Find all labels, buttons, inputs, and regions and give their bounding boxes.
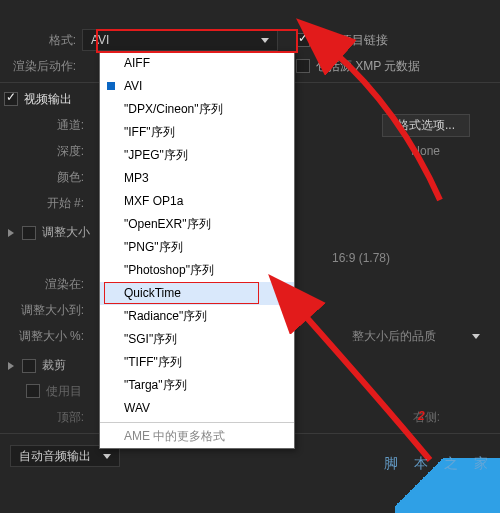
format-option[interactable]: "OpenEXR"序列	[100, 213, 294, 236]
audio-output-value: 自动音频输出	[19, 448, 91, 465]
video-output-label: 视频输出	[24, 91, 72, 108]
resize-quality-label: 整大小后的品质	[352, 328, 436, 345]
format-option[interactable]: "DPX/Cineon"序列	[100, 98, 294, 121]
crop-right-label: 右侧:	[413, 409, 440, 426]
format-label: 格式:	[0, 32, 82, 49]
format-option[interactable]: AIFF	[100, 52, 294, 75]
resize-to-label: 调整大小到:	[18, 302, 90, 319]
format-option[interactable]: "SGI"序列	[100, 328, 294, 351]
format-dropdown-list[interactable]: AIFFAVI"DPX/Cineon"序列"IFF"序列"JPEG"序列MP3M…	[99, 51, 295, 449]
format-options-button[interactable]: 格式选项...	[382, 114, 470, 137]
annotation-box-quicktime	[104, 282, 259, 304]
format-option[interactable]: "Photoshop"序列	[100, 259, 294, 282]
use-target-checkbox[interactable]	[26, 384, 40, 398]
format-option[interactable]: "PNG"序列	[100, 236, 294, 259]
include-link-label: 包括项目链接	[316, 32, 388, 49]
format-option[interactable]: MXF OP1a	[100, 190, 294, 213]
crop-checkbox[interactable]	[22, 359, 36, 373]
video-output-checkbox[interactable]	[4, 92, 18, 106]
twirl-icon	[8, 229, 14, 237]
format-option[interactable]: "JPEG"序列	[100, 144, 294, 167]
format-option-more[interactable]: AME 中的更多格式	[100, 425, 294, 448]
resize-pct-label: 调整大小 %:	[18, 328, 90, 345]
format-option[interactable]: "Radiance"序列	[100, 305, 294, 328]
use-target-label: 使用目	[46, 383, 82, 400]
annotation-box-format	[96, 29, 298, 53]
format-option[interactable]: "TIFF"序列	[100, 351, 294, 374]
twirl-icon	[8, 362, 14, 370]
chevron-down-icon	[472, 334, 480, 339]
start-label: 开始 #:	[18, 195, 90, 212]
crop-top-label: 顶部:	[18, 409, 90, 426]
include-link-checkbox[interactable]	[296, 33, 310, 47]
depth-right-value: None	[411, 144, 440, 158]
format-option[interactable]: "Targa"序列	[100, 374, 294, 397]
include-source-label: 包括源 XMP 元数据	[316, 58, 420, 75]
channel-label: 通道:	[18, 117, 90, 134]
resize-checkbox[interactable]	[22, 226, 36, 240]
post-render-label: 渲染后动作:	[0, 58, 82, 75]
watermark-text: 脚 本 之 家	[384, 455, 494, 473]
aspect-value: 16:9 (1.78)	[332, 251, 390, 265]
format-option[interactable]: WAV	[100, 397, 294, 420]
depth-label: 深度:	[18, 143, 90, 160]
format-option[interactable]: MP3	[100, 167, 294, 190]
chevron-down-icon	[103, 454, 111, 459]
render-at-label: 渲染在:	[18, 276, 90, 293]
include-source-checkbox[interactable]	[296, 59, 310, 73]
color-label: 颜色:	[18, 169, 90, 186]
format-option[interactable]: "IFF"序列	[100, 121, 294, 144]
format-option[interactable]: AVI	[100, 75, 294, 98]
